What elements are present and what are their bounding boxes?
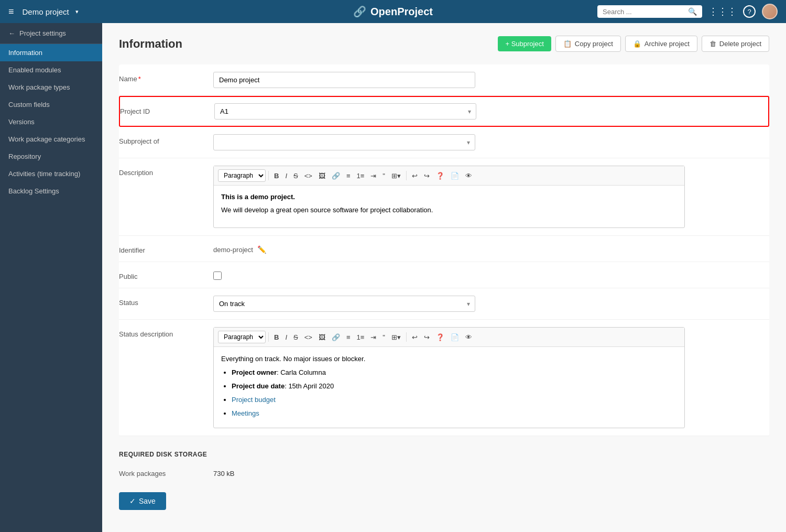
sidebar-item-backlog-settings[interactable]: Backlog Settings xyxy=(0,182,102,200)
italic-button[interactable]: I xyxy=(282,170,290,181)
status-redo-button[interactable]: ↪ xyxy=(421,332,432,343)
meetings-link[interactable]: Meetings xyxy=(232,409,259,417)
hamburger-menu[interactable]: ≡ xyxy=(8,6,14,17)
search-input[interactable] xyxy=(603,8,685,16)
description-bold-text: This is a demo project. xyxy=(221,193,295,201)
status-paragraph-select[interactable]: Paragraph xyxy=(218,331,266,343)
project-name[interactable]: Demo project xyxy=(23,7,69,16)
project-id-row: Project ID A1 ▾ xyxy=(119,96,769,127)
sidebar-item-information[interactable]: Information xyxy=(0,44,102,61)
sidebar-back-button[interactable]: ← Project settings xyxy=(0,23,102,44)
status-code-button[interactable]: <> xyxy=(302,332,315,343)
name-row: Name* xyxy=(119,64,769,96)
status-preview-button[interactable]: 👁 xyxy=(463,332,475,343)
subproject-button[interactable]: + Subproject xyxy=(498,36,551,51)
blockquote-button[interactable]: " xyxy=(380,170,388,181)
sidebar-item-enabled-modules[interactable]: Enabled modules xyxy=(0,61,102,79)
project-dropdown-icon[interactable]: ▾ xyxy=(75,8,79,15)
help-icon[interactable]: ? xyxy=(743,5,756,18)
project-id-select[interactable]: A1 xyxy=(214,103,476,120)
status-desc-intro: Everything on track. No major issues or … xyxy=(221,353,677,365)
archive-project-button[interactable]: 🔒 Archive project xyxy=(625,36,697,52)
status-table-button[interactable]: ⊞▾ xyxy=(389,332,403,343)
status-undo-button[interactable]: ↩ xyxy=(409,332,420,343)
image-button[interactable]: 🖼 xyxy=(316,170,328,181)
status-select[interactable]: On track At risk Off track xyxy=(213,296,475,312)
strikethrough-button[interactable]: S xyxy=(291,170,301,181)
description-editor-wrapper: Paragraph B I S <> 🖼 🔗 ≡ 1≡ ⇥ xyxy=(213,166,769,228)
redo-button[interactable]: ↪ xyxy=(421,170,432,181)
project-info-form: Name* Project ID A1 ▾ xyxy=(119,64,769,436)
status-desc-budget-link: Project budget xyxy=(232,394,677,406)
subproject-field-wrapper: ▾ xyxy=(213,134,769,150)
status-ordered-button[interactable]: 1≡ xyxy=(354,332,367,343)
status-image-button[interactable]: 🖼 xyxy=(316,332,328,343)
status-description-editor[interactable]: Paragraph B I S <> 🖼 🔗 ≡ 1≡ ⇥ xyxy=(213,327,685,428)
status-bullet-button[interactable]: ≡ xyxy=(344,332,353,343)
disk-storage-row: Work packages 730 kB xyxy=(119,465,769,482)
paragraph-select[interactable]: Paragraph xyxy=(218,169,266,182)
help-toolbar-button[interactable]: ❓ xyxy=(433,170,447,181)
name-input[interactable] xyxy=(213,72,475,88)
description-toolbar: Paragraph B I S <> 🖼 🔗 ≡ 1≡ ⇥ xyxy=(214,166,684,186)
delete-project-button[interactable]: 🗑 Delete project xyxy=(702,36,769,52)
indent-button[interactable]: ⇥ xyxy=(368,170,379,181)
save-button[interactable]: ✓ Save xyxy=(119,492,166,510)
status-description-row: Status description Paragraph B I S <> xyxy=(119,320,769,436)
search-box[interactable]: 🔍 xyxy=(597,5,702,18)
logo-icon: 🔗 xyxy=(353,5,366,18)
preview-button[interactable]: 👁 xyxy=(463,170,475,181)
status-desc-meetings-link: Meetings xyxy=(232,408,677,419)
identifier-label: Identifier xyxy=(119,243,213,254)
bold-button[interactable]: B xyxy=(271,170,281,181)
identifier-value: demo-project xyxy=(213,246,253,254)
code-button[interactable]: <> xyxy=(302,170,315,181)
subproject-select[interactable] xyxy=(213,134,475,150)
archive-icon: 🔒 xyxy=(633,40,641,48)
status-strikethrough-button[interactable]: S xyxy=(291,332,301,343)
status-description-label: Status description xyxy=(119,327,213,338)
status-help-button[interactable]: ❓ xyxy=(433,332,447,343)
ordered-list-button[interactable]: 1≡ xyxy=(354,170,367,181)
sidebar-item-repository[interactable]: Repository xyxy=(0,148,102,165)
link-button[interactable]: 🔗 xyxy=(329,170,343,181)
public-checkbox[interactable] xyxy=(213,272,222,280)
sidebar-item-versions[interactable]: Versions xyxy=(0,113,102,131)
identifier-edit-icon[interactable]: ✏️ xyxy=(257,245,266,254)
status-desc-date: Project due date: 15th April 2020 xyxy=(232,381,677,392)
status-blockquote-button[interactable]: " xyxy=(380,332,388,343)
public-row: Public xyxy=(119,262,769,288)
status-description-toolbar: Paragraph B I S <> 🖼 🔗 ≡ 1≡ ⇥ xyxy=(214,328,684,347)
status-description-content[interactable]: Everything on track. No major issues or … xyxy=(214,347,684,428)
identifier-row: Identifier demo-project ✏️ xyxy=(119,236,769,262)
public-label: Public xyxy=(119,269,213,280)
description-text: We will develop a great open source soft… xyxy=(221,205,677,216)
top-navigation: ≡ Demo project ▾ 🔗 OpenProject 🔍 ⋮⋮⋮ ? xyxy=(0,0,786,23)
undo-button[interactable]: ↩ xyxy=(409,170,420,181)
description-editor[interactable]: Paragraph B I S <> 🖼 🔗 ≡ 1≡ ⇥ xyxy=(213,166,685,228)
copy-project-button[interactable]: 📋 Copy project xyxy=(555,36,621,52)
table-button[interactable]: ⊞▾ xyxy=(389,170,403,181)
sidebar-item-activities[interactable]: Activities (time tracking) xyxy=(0,165,102,182)
project-budget-link[interactable]: Project budget xyxy=(232,396,276,404)
user-avatar[interactable] xyxy=(762,4,778,19)
status-source-button[interactable]: 📄 xyxy=(448,332,462,343)
identifier-wrapper: demo-project ✏️ xyxy=(213,243,769,254)
status-bold-button[interactable]: B xyxy=(271,332,281,343)
sidebar-item-work-package-types[interactable]: Work package types xyxy=(0,79,102,96)
sidebar-item-custom-fields[interactable]: Custom fields xyxy=(0,96,102,113)
status-row: Status On track At risk Off track ▾ xyxy=(119,288,769,320)
project-id-label: Project ID xyxy=(120,107,214,115)
description-content[interactable]: This is a demo project. We will develop … xyxy=(214,186,684,227)
status-indent-button[interactable]: ⇥ xyxy=(368,332,379,343)
description-row: Description Paragraph B I S <> 🖼 xyxy=(119,158,769,236)
bullet-list-button[interactable]: ≡ xyxy=(344,170,353,181)
public-wrapper xyxy=(213,269,769,280)
status-desc-owner: Project owner: Carla Columna xyxy=(232,367,677,378)
source-button[interactable]: 📄 xyxy=(448,170,462,181)
status-link-button[interactable]: 🔗 xyxy=(329,332,343,343)
grid-icon[interactable]: ⋮⋮⋮ xyxy=(708,6,737,17)
disk-storage-section: REQUIRED DISK STORAGE Work packages 730 … xyxy=(119,451,769,482)
sidebar-item-work-package-categories[interactable]: Work package categories xyxy=(0,131,102,148)
status-italic-button[interactable]: I xyxy=(282,332,290,343)
